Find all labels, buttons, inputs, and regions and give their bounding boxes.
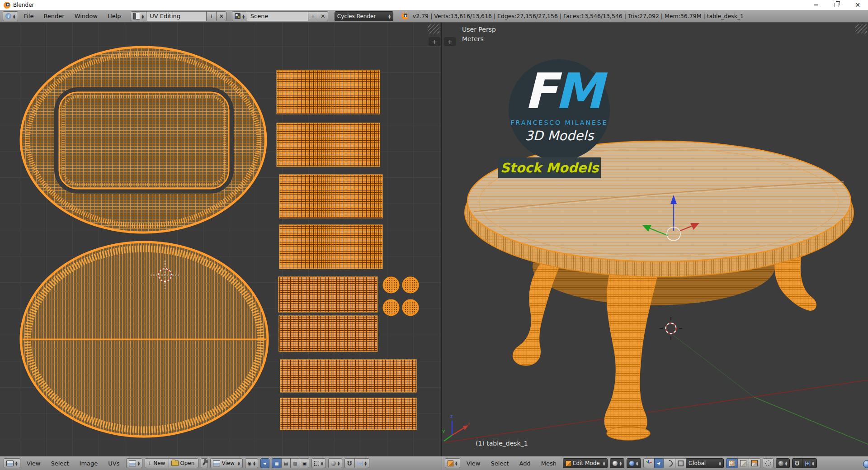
uv-menu-view[interactable]: View [23,460,45,467]
image-icon [213,461,220,466]
edit-mode-icon [566,461,571,466]
menu-file[interactable]: File [20,13,38,19]
pin-image-button[interactable] [201,458,208,468]
snap-increment-icon: |+| [357,461,363,466]
mode-dropdown[interactable]: Edit Mode ▲▼ [563,458,608,468]
v3d-menu-mesh[interactable]: Mesh [537,460,561,467]
vertex-cube-icon [729,460,735,466]
uv-select-island-button[interactable]: ▣ [300,458,309,468]
uv-panel-expand-tab[interactable]: + [429,37,440,46]
scene-browse-button[interactable]: ▲▼ [232,11,247,21]
area-resize-corner[interactable] [428,24,439,33]
uv-island-table-underside[interactable] [21,242,268,437]
close-button[interactable]: ✕ [847,0,868,10]
rotate-arc-icon [665,458,674,468]
screen-layout-browse-button[interactable]: ▲▼ [131,11,147,21]
screen-layout-field[interactable]: UV Editing [146,11,207,21]
uv-canvas[interactable] [0,23,441,456]
toolshelf-expand-tab[interactable]: + [444,37,456,46]
delete-layout-button[interactable]: ✕ [216,11,226,21]
scene-field[interactable]: Scene [247,11,308,21]
pivot-point-icon [629,461,634,466]
v3d-menu-add[interactable]: Add [515,460,535,467]
new-image-label: New [153,460,165,466]
viewport-shading-dropdown[interactable]: ▲▼ [610,458,624,468]
uv-image-editor[interactable]: + [0,23,441,456]
viewport-3d[interactable]: z y x User Persp Meters (1) table_desk_1… [442,23,868,456]
uv-menu-uvs[interactable]: UVs [104,460,123,467]
restore-button[interactable] [826,0,847,10]
snap-element-dropdown[interactable]: |+| ▲▼ [802,458,817,468]
chevron-updown-icon: ▲▼ [619,461,622,465]
new-image-button[interactable]: + New [145,458,169,468]
manipulator-translate-button[interactable]: ➤ [654,458,664,468]
edge-select-button[interactable] [737,458,749,468]
uv-select-vertex-button[interactable]: ▦ [272,458,281,468]
editor-type-button-uv[interactable]: ▲▼ [4,458,20,468]
orientation-label: Global [689,460,706,466]
pivot-center-dropdown[interactable]: ◉ ▲▼ [245,458,258,468]
proportional-edit-icon [778,461,783,466]
uv-select-face-button[interactable]: ▥ [290,458,300,468]
snap-toggle-button[interactable]: Ω [792,458,802,468]
uv-proportional-edit-dropdown[interactable]: ▲▼ [328,458,343,468]
occlude-geometry-icon [765,461,771,466]
open-image-button[interactable]: Open [169,458,198,468]
area-resize-corner[interactable] [855,24,867,33]
manipulator-toggle-button[interactable] [643,458,655,468]
uv-menu-image[interactable]: Image [75,460,102,467]
manipulator-group: ➤ Global ▲▼ [643,458,724,468]
proportional-edit-dropdown[interactable]: ▲▼ [776,458,790,468]
table-mesh-object[interactable] [465,141,854,440]
pivot-point-dropdown[interactable]: ▲▼ [627,458,641,468]
chevron-updown-icon: ▲▼ [238,461,240,465]
image-icon [129,461,136,466]
uv-selection-mode-group: ▦ ▤ ▥ ▣ [272,458,309,468]
menu-render[interactable]: Render [39,13,68,19]
image-datablock-browse-button[interactable]: ▲▼ [126,458,143,468]
manipulator-scale-button[interactable] [675,458,686,468]
vertex-select-button[interactable] [726,458,738,468]
uv-view-dropdown[interactable]: View ▲▼ [210,458,242,468]
cursor-3d[interactable] [660,317,682,340]
limit-selection-visible-button[interactable] [763,458,774,468]
folder-icon [171,461,179,466]
transform-orientation-dropdown[interactable]: Global ▲▼ [686,458,724,468]
uv-sync-selection-toggle[interactable]: ➤ [260,458,269,468]
magnet-icon: Ω [795,460,799,466]
menu-window[interactable]: Window [71,13,102,19]
render-opengl-button[interactable] [863,460,868,468]
uv-select-edge-button[interactable]: ▤ [281,458,291,468]
main-area: + [0,23,868,456]
edge-grid-icon: ▤ [284,461,288,466]
uv-island-foot-circles[interactable] [383,277,418,315]
uv-snap-toggle-button[interactable]: Ω [344,458,354,468]
uv-sticky-mode-dropdown[interactable]: ▲▼ [311,458,326,468]
editor-type-button-3d[interactable]: ▲▼ [445,458,460,468]
fm-logo: F M FRANCESCO MILANESE 3D Models [509,59,610,161]
minimize-button[interactable] [806,0,826,10]
add-layout-button[interactable]: + [206,11,217,21]
uv-menu-select[interactable]: Select [47,460,73,467]
snap-increment-icon: |+| [805,461,811,466]
manipulator-rotate-button[interactable] [663,458,675,468]
render-engine-dropdown[interactable]: Cycles Render ▲▼ [335,11,393,21]
chevron-updown-icon: ▲▼ [321,461,323,465]
table-leg-left [513,251,566,366]
uv-island-tabletop[interactable] [21,47,266,233]
v3d-menu-view[interactable]: View [462,460,485,467]
chevron-updown-icon: ▲▼ [253,461,255,465]
add-scene-button[interactable]: + [308,11,318,21]
uv-snap-element-dropdown[interactable]: |+| ▲▼ [354,458,369,468]
viewport-scene[interactable]: z y x [442,23,868,456]
uv-island-leg-strips[interactable] [277,70,416,430]
screen-layout-icon [133,13,140,19]
menu-help[interactable]: Help [104,13,125,19]
world-x-axis-line [444,380,868,442]
editor-type-button-info[interactable]: i ▲▼ [3,11,18,21]
face-select-button[interactable] [749,458,760,468]
delete-scene-button[interactable]: ✕ [318,11,328,21]
v3d-menu-select[interactable]: Select [486,460,513,467]
world-y-axis-line-far [673,335,754,397]
chevron-updown-icon: ▲▼ [242,14,245,19]
